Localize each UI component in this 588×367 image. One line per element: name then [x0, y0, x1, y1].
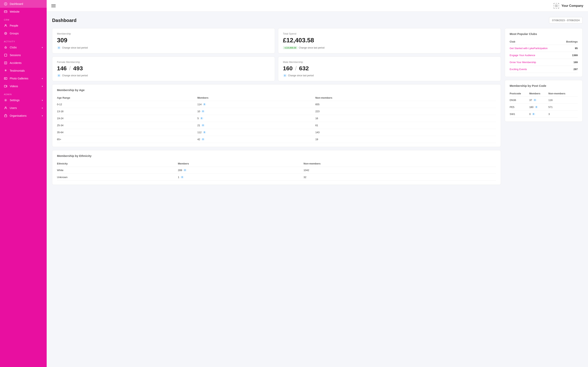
male-change-badge: 0: [283, 74, 287, 77]
age-range-cell: 19-24: [57, 115, 197, 122]
eth-members-cell: 289 0: [178, 167, 303, 174]
website-icon: [4, 10, 7, 13]
female-divider: /: [68, 65, 72, 71]
female-total: 493: [73, 65, 83, 71]
membership-by-age-title: Membership by Age: [57, 88, 496, 92]
clubs-chevron-icon: ▾: [42, 46, 43, 49]
table-row: White 289 0 1042: [57, 167, 496, 174]
svg-point-3: [5, 25, 6, 26]
postcode-col-header: Postcode: [510, 91, 529, 97]
members-badge: 0: [201, 138, 205, 141]
sidebar-item-sessions[interactable]: Sessions: [0, 51, 47, 59]
members-badge: 0: [200, 117, 203, 120]
male-total: 632: [299, 65, 309, 71]
sidebar-item-people-label: People: [10, 24, 43, 27]
svg-point-1: [5, 3, 6, 4]
settings-icon: [4, 99, 7, 102]
menu-icon[interactable]: [51, 4, 56, 7]
sidebar-item-videos[interactable]: Videos ▾: [0, 82, 47, 90]
sidebar-item-organisations[interactable]: Organisations ▾: [0, 112, 47, 120]
sidebar-item-users[interactable]: Users ▾: [0, 104, 47, 112]
users-chevron-icon: ▾: [42, 107, 43, 109]
svg-rect-2: [4, 11, 7, 13]
age-range-cell: 25-34: [57, 122, 197, 129]
female-active: 146: [57, 65, 67, 71]
sidebar-item-groups[interactable]: Groups: [0, 30, 47, 37]
members-badge: 0: [201, 110, 205, 113]
membership-by-ethnicity-table: Ethnicity Members Non-members White 289 …: [57, 161, 496, 181]
sidebar-item-clubs[interactable]: Clubs ▾: [0, 43, 47, 51]
sidebar-item-videos-label: Videos: [10, 85, 39, 88]
female-change-badge: 0: [57, 74, 61, 77]
members-cell: 112 0: [197, 129, 315, 136]
ethnicity-col-header: Ethnicity: [57, 161, 178, 167]
sidebar-item-groups-label: Groups: [10, 32, 43, 35]
pc-members-cell: 0 0: [529, 111, 548, 118]
membership-by-age-table: Age Range Members Non-members 0-12 114 0…: [57, 95, 496, 143]
sidebar-item-dashboard[interactable]: Dashboard: [0, 0, 47, 8]
sidebar-item-accidents-label: Accidents: [10, 61, 43, 65]
non-members-cell: 655: [315, 101, 496, 108]
left-column: Membership 309 0 Change since last perio…: [52, 28, 501, 185]
club-name-cell[interactable]: Exciting Events: [510, 66, 562, 73]
male-membership-change: 0 Change since last period: [283, 74, 496, 77]
most-popular-clubs-table: Club Bookings Get Started with LykeParti…: [510, 39, 578, 73]
sidebar-item-people[interactable]: People: [0, 22, 47, 30]
table-row: Get Started with LykeParticipation 95: [510, 45, 578, 52]
svg-point-5: [5, 33, 6, 34]
club-bookings-cell: 169: [562, 59, 578, 66]
female-membership-label: Female Membership: [57, 61, 270, 64]
club-name-cell[interactable]: Grow Your Membership: [510, 59, 562, 66]
eth-non-members-cell: 1042: [303, 167, 496, 174]
sidebar-item-users-label: Users: [10, 106, 39, 109]
total-spend-change: +£10,868.58 Change since last period: [283, 46, 496, 49]
non-members-cell: 143: [315, 129, 496, 136]
club-name-cell[interactable]: Get Started with LykeParticipation: [510, 45, 562, 52]
table-row: 19-24 5 0 16: [57, 115, 496, 122]
table-row: PE5 180 0 571: [510, 104, 578, 111]
total-spend-change-text: Change since last period: [299, 46, 324, 49]
people-icon: [4, 24, 7, 27]
clubs-icon: [4, 46, 7, 49]
sidebar-item-photo-galleries[interactable]: Photo Galleries ▾: [0, 75, 47, 82]
eth-members-cell: 1 0: [178, 174, 303, 181]
sidebar-item-testimonials[interactable]: Testimonials: [0, 67, 47, 75]
svg-rect-6: [4, 54, 7, 56]
membership-by-postcode-title: Membership by Post Code: [510, 84, 578, 87]
table-row: Unknown 1 0 32: [57, 174, 496, 181]
age-range-cell: 0-12: [57, 101, 197, 108]
members-badge: 0: [203, 103, 206, 106]
sidebar-item-organisations-label: Organisations: [10, 114, 39, 117]
date-range[interactable]: 07/08/2023 - 07/08/2024: [549, 17, 583, 24]
table-row: Engage Your Audience 1369: [510, 52, 578, 59]
settings-chevron-icon: ▾: [42, 99, 43, 101]
club-name-cell[interactable]: Engage Your Audience: [510, 52, 562, 59]
sidebar-item-website-label: Website: [10, 10, 43, 13]
pc-members-cell: 37 0: [529, 97, 548, 104]
eth-members-badge: 0: [181, 176, 184, 178]
sidebar-item-sessions-label: Sessions: [10, 54, 43, 57]
dashboard-icon: [4, 2, 7, 6]
pc-non-members-cell: 3: [548, 111, 578, 118]
eth-non-members-col-header: Non-members: [303, 161, 496, 167]
pc-members-cell: 180 0: [529, 104, 548, 111]
table-row: Exciting Events 297: [510, 66, 578, 73]
male-active: 160: [283, 65, 293, 71]
club-bookings-cell: 297: [562, 66, 578, 73]
sidebar-item-testimonials-label: Testimonials: [10, 69, 43, 72]
table-row: 65+ 42 0 19: [57, 136, 496, 143]
top-stats-row: Membership 309 0 Change since last perio…: [52, 28, 501, 53]
table-row: 25-34 21 0 61: [57, 122, 496, 129]
male-membership-label: Male Membership: [283, 61, 496, 64]
pc-members-badge: 0: [532, 113, 535, 115]
male-membership-card: Male Membership 160 / 632 0 Change since…: [278, 57, 501, 81]
sidebar-item-accidents[interactable]: Accidents: [0, 59, 47, 67]
sidebar-item-website[interactable]: Website: [0, 8, 47, 16]
organisations-icon: [4, 114, 7, 117]
ethnicity-cell: Unknown: [57, 174, 178, 181]
sidebar-item-settings[interactable]: Settings ▾: [0, 96, 47, 104]
users-icon: [4, 106, 7, 110]
content-area: Dashboard 07/08/2023 - 07/08/2024 Member…: [47, 12, 588, 367]
photo-galleries-icon: [4, 77, 7, 80]
table-row: 0-12 114 0 655: [57, 101, 496, 108]
